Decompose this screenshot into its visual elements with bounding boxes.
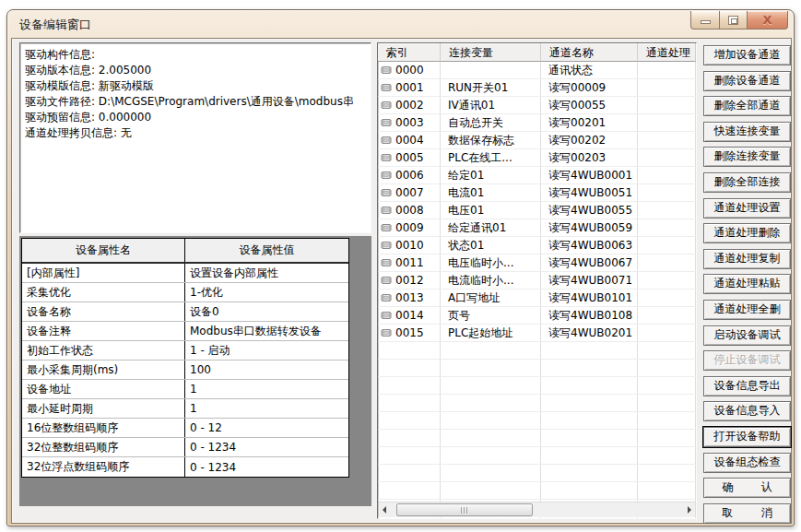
channel-name-cell[interactable]: 读写4WUB0063	[541, 237, 638, 254]
property-row[interactable]: 16位整数组码顺序 0 - 12	[22, 419, 348, 438]
variable-cell[interactable]	[441, 465, 541, 481]
variable-cell[interactable]: 数据保存标志	[441, 132, 541, 148]
scroll-right-button[interactable]	[679, 502, 695, 517]
channel-name-cell[interactable]	[541, 465, 638, 481]
open-device-help-button[interactable]: 打开设备帮助	[703, 427, 791, 447]
channel-process-cell[interactable]	[638, 167, 696, 183]
variable-cell[interactable]: 给定01	[441, 167, 541, 183]
channel-process-cell[interactable]	[638, 132, 696, 148]
quick-link-variable-button[interactable]: 快速连接变量	[703, 122, 791, 142]
add-device-channel-button[interactable]: 增加设备通道	[703, 45, 791, 65]
property-row[interactable]: 采集优化 1-优化	[22, 283, 348, 302]
table-row-empty[interactable]	[378, 482, 696, 500]
table-row[interactable]: 0000 通讯状态	[378, 62, 696, 79]
channel-process-cell[interactable]	[638, 184, 696, 201]
channel-name-column-header[interactable]: 通道名称	[541, 43, 638, 62]
index-cell[interactable]: 0004	[378, 132, 441, 148]
channel-name-cell[interactable]	[541, 377, 638, 394]
table-row[interactable]: 0010 状态01 读写4WUB0063	[378, 237, 696, 254]
table-row[interactable]: 0001 RUN开关01 读写00009	[378, 79, 696, 97]
channel-name-cell[interactable]: 读写4WUB0051	[541, 184, 638, 201]
index-cell[interactable]	[378, 517, 441, 519]
variable-cell[interactable]: 自动总开关	[441, 114, 541, 131]
variable-cell[interactable]: A口写地址	[441, 290, 541, 306]
channel-name-cell[interactable]	[541, 447, 638, 464]
index-cell[interactable]	[378, 377, 441, 394]
property-row[interactable]: 最小延时周期 1	[22, 399, 348, 419]
variable-cell[interactable]	[441, 395, 541, 411]
channel-name-cell[interactable]: 读写4WUB0108	[541, 307, 638, 324]
scroll-left-button[interactable]	[379, 502, 395, 517]
index-cell[interactable]	[378, 482, 441, 499]
channel-process-cell[interactable]	[638, 465, 696, 481]
property-row[interactable]: 32位整数组码顺序 0 - 1234	[22, 438, 348, 457]
table-row[interactable]: 0004 数据保存标志 读写00202	[378, 132, 696, 149]
property-row[interactable]: 设备注释 Modbus串口数据转发设备	[22, 322, 348, 341]
property-value-cell[interactable]: 设置设备内部属性	[185, 264, 348, 282]
table-row-empty[interactable]	[378, 465, 696, 482]
channel-process-cell[interactable]	[638, 272, 696, 289]
channel-process-cell[interactable]	[638, 517, 696, 519]
table-row[interactable]: 0013 A口写地址 读写4WUB0101	[378, 290, 696, 307]
channel-process-cell[interactable]	[638, 254, 696, 271]
channel-name-cell[interactable]	[541, 360, 638, 376]
table-row[interactable]: 0015 PLC起始地址 读写4WUB0201	[378, 325, 696, 342]
property-value-cell[interactable]: 设备0	[185, 302, 348, 321]
variable-cell[interactable]: IV通讯01	[441, 97, 541, 113]
variable-cell[interactable]	[441, 482, 541, 499]
delete-all-channels-button[interactable]: 删除全部通道	[703, 96, 791, 116]
variable-cell[interactable]	[441, 412, 541, 429]
channel-process-column-header[interactable]: 通道处理	[638, 43, 696, 62]
variable-cell[interactable]	[441, 377, 541, 394]
device-info-import-button[interactable]: 设备信息导入	[703, 401, 791, 421]
channel-process-cell[interactable]	[638, 237, 696, 254]
channel-process-cell[interactable]	[638, 114, 696, 131]
channel-process-cell[interactable]	[638, 62, 696, 78]
channel-process-cell[interactable]	[638, 97, 696, 113]
property-value-cell[interactable]: 1 - 启动	[185, 341, 348, 360]
variable-cell[interactable]: 给定通讯01	[441, 219, 541, 236]
confirm-button[interactable]: 确 认	[703, 478, 791, 498]
table-row[interactable]: 0007 电流01 读写4WUB0051	[378, 184, 696, 202]
table-row[interactable]: 0006 给定01 读写4WUB0001	[378, 167, 696, 184]
channel-name-cell[interactable]	[541, 517, 638, 519]
channel-name-cell[interactable]: 读写4WUB0101	[541, 290, 638, 306]
scrollbar-thumb[interactable]	[396, 503, 533, 516]
channel-process-cell[interactable]	[638, 325, 696, 341]
index-cell[interactable]: 0010	[378, 237, 441, 254]
index-cell[interactable]	[378, 395, 441, 411]
index-cell[interactable]: 0013	[378, 290, 441, 306]
channel-name-cell[interactable]	[541, 342, 638, 359]
variable-cell[interactable]: PLC起始地址	[441, 325, 541, 341]
index-cell[interactable]: 0000	[378, 62, 441, 78]
property-row[interactable]: 初始工作状态 1 - 启动	[22, 341, 348, 361]
variable-cell[interactable]	[441, 360, 541, 376]
index-column-header[interactable]: 索引	[378, 43, 441, 62]
index-cell[interactable]: 0001	[378, 79, 441, 96]
index-cell[interactable]: 0014	[378, 307, 441, 324]
index-cell[interactable]: 0011	[378, 254, 441, 271]
variable-column-header[interactable]: 连接变量	[441, 43, 541, 62]
variable-cell[interactable]	[441, 342, 541, 359]
variable-cell[interactable]	[441, 517, 541, 519]
index-cell[interactable]: 0005	[378, 149, 441, 166]
index-cell[interactable]: 0008	[378, 202, 441, 219]
minimize-button[interactable]	[690, 11, 720, 30]
index-cell[interactable]: 0009	[378, 219, 441, 236]
property-value-cell[interactable]: 100	[185, 361, 348, 379]
table-row[interactable]: 0012 电流临时小... 读写4WUB0071	[378, 272, 696, 290]
horizontal-scrollbar[interactable]	[379, 502, 695, 517]
property-row[interactable]: [内部属性] 设置设备内部属性	[22, 264, 348, 283]
channel-process-copy-button[interactable]: 通道处理复制	[703, 249, 791, 269]
delete-device-channel-button[interactable]: 删除设备通道	[703, 71, 791, 91]
variable-cell[interactable]: 电压临时小...	[441, 254, 541, 271]
channel-name-cell[interactable]: 读写00009	[541, 79, 638, 96]
channel-process-cell[interactable]	[638, 149, 696, 166]
channel-process-cell[interactable]	[638, 482, 696, 499]
property-row[interactable]: 设备地址 1	[22, 380, 348, 399]
channel-process-cell[interactable]	[638, 395, 696, 411]
variable-cell[interactable]	[441, 430, 541, 446]
table-row[interactable]: 0014 页号 读写4WUB0108	[378, 307, 696, 325]
variable-cell[interactable]: 状态01	[441, 237, 541, 254]
index-cell[interactable]: 0003	[378, 114, 441, 131]
